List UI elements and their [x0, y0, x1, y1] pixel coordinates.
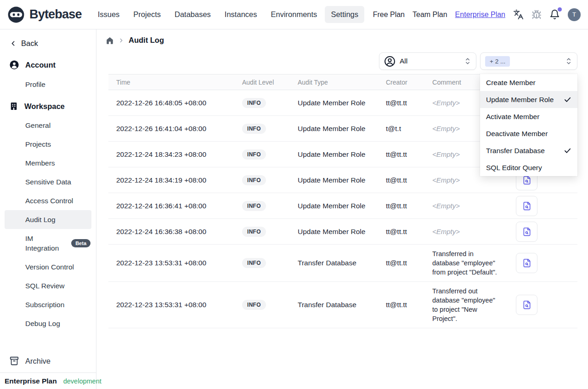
level-badge: INFO [242, 149, 266, 160]
notification-dot [558, 7, 562, 11]
bytebase-logo-icon [7, 6, 25, 23]
sidebar-item[interactable]: Version Control [0, 257, 96, 276]
nav-link[interactable]: Environments [265, 6, 323, 23]
level-badge: INFO [242, 98, 266, 108]
sidebar-item[interactable]: Members [0, 154, 96, 172]
audit-type-option[interactable]: SQL Editor Query [480, 159, 577, 176]
level-badge: INFO [242, 201, 266, 211]
breadcrumb: Audit Log [96, 29, 588, 48]
audit-type-option[interactable]: Activate Member [480, 108, 577, 125]
sidebar-item[interactable]: General [0, 116, 96, 135]
translate-icon[interactable] [513, 9, 524, 20]
row-audit-level: INFO [242, 98, 298, 108]
archive-button[interactable]: Archive [0, 350, 96, 372]
view-detail-button[interactable] [516, 253, 537, 273]
row-time: 2022-12-24 18:34:19 +08:00 [108, 176, 242, 184]
row-audit-type: Update Member Role [298, 99, 386, 107]
top-navigation: Bytebase IssuesProjectsDatabasesInstance… [0, 0, 588, 29]
row-audit-type: Transfer Database [298, 301, 386, 309]
sidebar-item-label: Projects [25, 139, 51, 149]
audit-type-option[interactable]: Create Member [480, 74, 577, 91]
sidebar-item[interactable]: Audit Log [5, 210, 91, 229]
nav-link[interactable]: Projects [127, 6, 167, 23]
row-audit-type: Update Member Role [298, 202, 386, 210]
sidebar-footer: Enterprise Plan development [0, 372, 96, 389]
row-audit-level: INFO [242, 300, 298, 310]
creator-filter-value: All [400, 57, 407, 65]
sidebar-item-label: Profile [25, 80, 45, 89]
brand-name: Bytebase [29, 7, 82, 22]
nav-link[interactable]: Databases [169, 6, 217, 23]
row-audit-type: Update Member Role [298, 150, 386, 159]
sidebar-item-label: Audit Log [25, 215, 56, 224]
level-badge: INFO [242, 300, 266, 310]
file-search-icon [522, 176, 531, 185]
sidebar-item[interactable]: IM Integration Beta [0, 229, 96, 257]
sidebar-item[interactable]: Subscription [0, 295, 96, 314]
sidebar-item[interactable]: Sensitive Data [0, 172, 96, 191]
archive-label: Archive [25, 357, 51, 366]
sidebar-item-label: Subscription [25, 300, 64, 309]
bytebase-logo[interactable]: Bytebase [7, 6, 82, 23]
column-header-audit-level: Audit Level [242, 79, 298, 86]
creator-filter-select[interactable]: All [379, 52, 476, 70]
audit-type-option[interactable]: Deactivate Member [480, 125, 577, 142]
view-detail-button[interactable] [516, 196, 537, 216]
sidebar-spacer [0, 333, 96, 350]
sidebar-section-account: Account [0, 55, 96, 75]
back-button[interactable]: Back [0, 35, 96, 52]
plan-link[interactable]: Enterprise Plan [455, 11, 505, 19]
audit-type-option-label: Update Member Role [486, 96, 554, 104]
back-label: Back [21, 39, 38, 48]
row-audit-level: INFO [242, 175, 298, 185]
audit-type-dropdown-menu: Create Member Update Member Role Activat… [480, 74, 577, 176]
nav-link[interactable]: Instances [219, 6, 263, 23]
row-creator: tt@tt.tt [386, 259, 432, 267]
row-creator: tt@tt.tt [386, 99, 432, 107]
row-audit-level: INFO [242, 258, 298, 268]
account-section-title: Account [25, 61, 56, 69]
row-comment: <Empty> [432, 176, 509, 185]
filter-row: All + 2 ... Create Me [96, 48, 588, 74]
building-icon [9, 102, 18, 111]
sidebar-item[interactable]: Projects [0, 135, 96, 154]
view-detail-button[interactable] [516, 222, 537, 242]
row-actions [509, 253, 577, 273]
row-actions [509, 295, 577, 315]
sidebar-item-label: SQL Review [25, 281, 65, 291]
avatar[interactable]: T [568, 8, 581, 21]
beta-badge: Beta [71, 239, 90, 247]
audit-type-option-label: Transfer Database [486, 147, 545, 155]
plan-link[interactable]: Team Plan [413, 11, 447, 19]
column-header-time: Time [108, 79, 242, 86]
nav-link[interactable]: Issues [92, 6, 126, 23]
audit-type-option-label: Deactivate Member [486, 130, 548, 138]
workspace-section-title: Workspace [24, 102, 65, 111]
bell-icon[interactable] [549, 9, 560, 20]
row-time: 2022-12-23 13:53:31 +08:00 [108, 301, 242, 309]
home-icon[interactable] [106, 36, 114, 45]
column-header-audit-type: Audit Type [298, 79, 386, 86]
sidebar-item[interactable]: Profile [0, 75, 96, 94]
page-title: Audit Log [129, 36, 164, 45]
audit-type-option-label: SQL Editor Query [486, 164, 542, 172]
environment-label: development [63, 378, 102, 385]
sidebar-item[interactable]: Access Control [0, 191, 96, 210]
nav-right: Free PlanTeam PlanEnterprise Plan [373, 8, 581, 21]
check-icon [564, 96, 571, 103]
audit-type-option[interactable]: Update Member Role [480, 91, 577, 108]
sidebar-item[interactable]: SQL Review [0, 276, 96, 295]
audit-type-filter-select[interactable]: + 2 ... [480, 52, 577, 70]
chevron-right-icon [118, 37, 124, 44]
bug-icon[interactable] [531, 10, 542, 20]
audit-type-option[interactable]: Transfer Database [480, 142, 577, 159]
row-audit-level: INFO [242, 124, 298, 134]
sidebar-workspace-items: General Projects Members Sensitive Data … [0, 116, 96, 333]
audit-type-option-label: Create Member [486, 79, 536, 87]
sidebar-item[interactable]: Debug Log [0, 314, 96, 333]
nav-link[interactable]: Settings [325, 6, 364, 23]
plan-link[interactable]: Free Plan [373, 11, 405, 19]
sidebar-item-label: Sensitive Data [25, 177, 71, 187]
row-creator: t@t.t [386, 125, 432, 133]
view-detail-button[interactable] [516, 295, 537, 315]
